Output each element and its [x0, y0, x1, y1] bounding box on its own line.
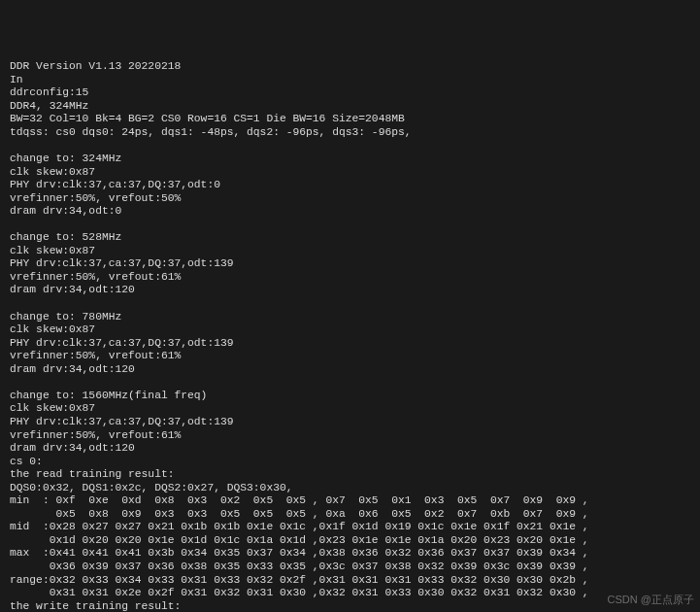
terminal-line: PHY drv:clk:37,ca:37,DQ:37,odt:139 — [10, 337, 690, 351]
terminal-line: In — [10, 74, 690, 87]
terminal-line: min : 0xf 0xe 0xd 0x8 0x3 0x2 0x5 0x5 , … — [10, 494, 690, 508]
terminal-line: max :0x41 0x41 0x41 0x3b 0x34 0x35 0x37 … — [10, 547, 690, 561]
terminal-line: dram drv:34,odt:120 — [10, 363, 690, 377]
terminal-line: change to: 528MHz — [10, 231, 690, 245]
terminal-line: dram drv:34,odt:120 — [10, 442, 690, 456]
terminal-line: dram drv:34,odt:120 — [10, 284, 690, 297]
terminal-line: change to: 324MHz — [10, 153, 690, 166]
terminal-line: tdqss: cs0 dqs0: 24ps, dqs1: -48ps, dqs2… — [10, 126, 690, 140]
terminal-line: the read training result: — [10, 468, 690, 482]
terminal-line: vrefinner:50%, vrefout:61% — [10, 350, 690, 363]
terminal-line: vrefinner:50%, vrefout:61% — [10, 271, 690, 285]
terminal-line: clk skew:0x87 — [10, 402, 690, 416]
terminal-line: DDR Version V1.13 20220218 — [10, 60, 690, 74]
terminal-line: vrefinner:50%, vrefout:61% — [10, 429, 690, 443]
terminal-line: PHY drv:clk:37,ca:37,DQ:37,odt:139 — [10, 416, 690, 429]
terminal-line: clk skew:0x87 — [10, 245, 690, 258]
terminal-line: PHY drv:clk:37,ca:37,DQ:37,odt:139 — [10, 257, 690, 271]
terminal-line: 0x36 0x39 0x37 0x36 0x38 0x35 0x33 0x35 … — [10, 561, 690, 574]
terminal-line: range:0x32 0x33 0x34 0x33 0x31 0x33 0x32… — [10, 574, 690, 588]
terminal-line: clk skew:0x87 — [10, 166, 690, 180]
terminal-line: ddrconfig:15 — [10, 86, 690, 100]
terminal-line: mid :0x28 0x27 0x27 0x21 0x1b 0x1b 0x1e … — [10, 521, 690, 534]
terminal-line: clk skew:0x87 — [10, 323, 690, 337]
terminal-line: DQS0:0x32, DQS1:0x2c, DQS2:0x27, DQS3:0x… — [10, 482, 690, 495]
terminal-line: 0x31 0x31 0x2e 0x2f 0x31 0x32 0x31 0x30 … — [10, 587, 690, 600]
terminal-line: BW=32 Col=10 Bk=4 BG=2 CS0 Row=16 CS=1 D… — [10, 113, 690, 126]
terminal-line: change to: 1560MHz(final freq) — [10, 390, 690, 403]
terminal-line: DDR4, 324MHz — [10, 100, 690, 114]
terminal-line: PHY drv:clk:37,ca:37,DQ:37,odt:0 — [10, 179, 690, 192]
terminal-line: cs 0: — [10, 456, 690, 469]
terminal-line: dram drv:34,odt:0 — [10, 205, 690, 219]
terminal-line: change to: 780MHz — [10, 311, 690, 324]
terminal-line: the write training result: — [10, 600, 690, 612]
terminal-line: 0x1d 0x20 0x20 0x1e 0x1d 0x1c 0x1a 0x1d … — [10, 534, 690, 548]
terminal-line: vrefinner:50%, vrefout:50% — [10, 192, 690, 206]
terminal-line — [10, 219, 690, 232]
terminal-line — [10, 139, 690, 153]
terminal-output: DDR Version V1.13 20220218Inddrconfig:15… — [10, 60, 690, 612]
terminal-line — [10, 297, 690, 311]
terminal-line — [10, 376, 690, 390]
terminal-line: 0x5 0x8 0x9 0x3 0x3 0x5 0x5 0x5 , 0xa 0x… — [10, 508, 690, 522]
